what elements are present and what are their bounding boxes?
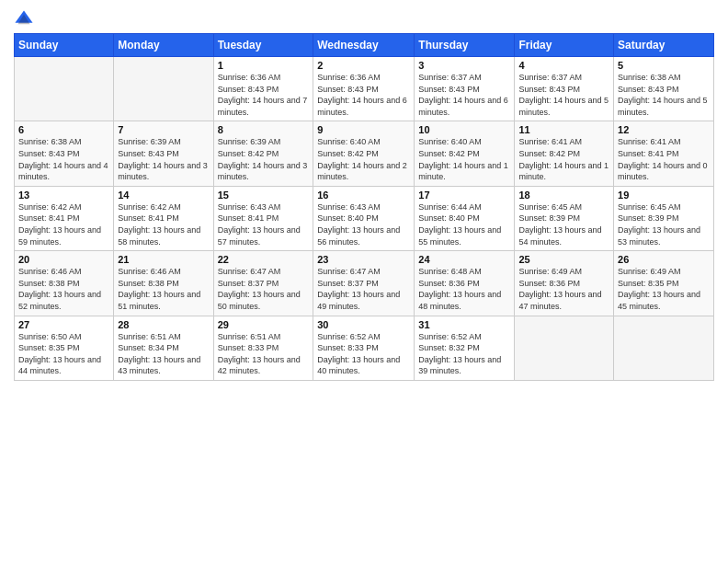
day-info: Sunrise: 6:52 AM Sunset: 8:32 PM Dayligh… bbox=[418, 331, 510, 377]
day-info: Sunrise: 6:38 AM Sunset: 8:43 PM Dayligh… bbox=[18, 136, 109, 182]
day-info: Sunrise: 6:50 AM Sunset: 8:35 PM Dayligh… bbox=[18, 331, 109, 377]
header bbox=[14, 9, 714, 29]
day-number: 20 bbox=[18, 254, 109, 265]
calendar-cell: 21Sunrise: 6:46 AM Sunset: 8:38 PM Dayli… bbox=[114, 251, 213, 316]
day-info: Sunrise: 6:41 AM Sunset: 8:42 PM Dayligh… bbox=[518, 136, 609, 182]
day-info: Sunrise: 6:45 AM Sunset: 8:39 PM Dayligh… bbox=[618, 201, 710, 247]
calendar-cell: 19Sunrise: 6:45 AM Sunset: 8:39 PM Dayli… bbox=[614, 186, 714, 250]
calendar-cell: 2Sunrise: 6:36 AM Sunset: 8:43 PM Daylig… bbox=[313, 57, 415, 121]
calendar-cell: 27Sunrise: 6:50 AM Sunset: 8:35 PM Dayli… bbox=[15, 316, 114, 380]
day-number: 26 bbox=[618, 254, 710, 265]
calendar-cell: 12Sunrise: 6:41 AM Sunset: 8:41 PM Dayli… bbox=[614, 121, 714, 186]
day-info: Sunrise: 6:44 AM Sunset: 8:40 PM Dayligh… bbox=[418, 201, 510, 247]
day-number: 28 bbox=[118, 319, 209, 330]
calendar-cell: 20Sunrise: 6:46 AM Sunset: 8:38 PM Dayli… bbox=[15, 251, 114, 316]
calendar-cell: 4Sunrise: 6:37 AM Sunset: 8:43 PM Daylig… bbox=[515, 57, 614, 121]
logo-icon bbox=[14, 9, 34, 29]
day-info: Sunrise: 6:46 AM Sunset: 8:38 PM Dayligh… bbox=[118, 266, 209, 312]
calendar-cell: 17Sunrise: 6:44 AM Sunset: 8:40 PM Dayli… bbox=[415, 186, 515, 250]
weekday-header-row: SundayMondayTuesdayWednesdayThursdayFrid… bbox=[15, 34, 714, 57]
day-number: 29 bbox=[218, 319, 310, 330]
week-row: 6Sunrise: 6:38 AM Sunset: 8:43 PM Daylig… bbox=[15, 121, 714, 186]
weekday-header: Tuesday bbox=[213, 34, 313, 57]
calendar-cell: 8Sunrise: 6:39 AM Sunset: 8:42 PM Daylig… bbox=[213, 121, 313, 186]
calendar-cell: 6Sunrise: 6:38 AM Sunset: 8:43 PM Daylig… bbox=[15, 121, 114, 186]
day-number: 11 bbox=[518, 124, 609, 135]
calendar-cell: 16Sunrise: 6:43 AM Sunset: 8:40 PM Dayli… bbox=[313, 186, 415, 250]
week-row: 1Sunrise: 6:36 AM Sunset: 8:43 PM Daylig… bbox=[15, 57, 714, 121]
calendar-cell: 30Sunrise: 6:52 AM Sunset: 8:33 PM Dayli… bbox=[313, 316, 415, 380]
day-info: Sunrise: 6:46 AM Sunset: 8:38 PM Dayligh… bbox=[18, 266, 109, 312]
day-number: 18 bbox=[518, 190, 609, 201]
day-number: 23 bbox=[317, 254, 410, 265]
day-info: Sunrise: 6:52 AM Sunset: 8:33 PM Dayligh… bbox=[317, 331, 410, 377]
day-number: 10 bbox=[418, 124, 510, 135]
day-number: 14 bbox=[118, 190, 209, 201]
day-number: 8 bbox=[218, 124, 310, 135]
day-info: Sunrise: 6:43 AM Sunset: 8:41 PM Dayligh… bbox=[218, 201, 310, 247]
weekday-header: Monday bbox=[114, 34, 213, 57]
calendar-cell: 7Sunrise: 6:39 AM Sunset: 8:43 PM Daylig… bbox=[114, 121, 213, 186]
day-info: Sunrise: 6:43 AM Sunset: 8:40 PM Dayligh… bbox=[317, 201, 410, 247]
day-info: Sunrise: 6:40 AM Sunset: 8:42 PM Dayligh… bbox=[317, 136, 410, 182]
page: SundayMondayTuesdayWednesdayThursdayFrid… bbox=[0, 0, 728, 563]
calendar-cell: 29Sunrise: 6:51 AM Sunset: 8:33 PM Dayli… bbox=[213, 316, 313, 380]
calendar-cell bbox=[614, 316, 714, 380]
day-info: Sunrise: 6:47 AM Sunset: 8:37 PM Dayligh… bbox=[218, 266, 310, 312]
logo bbox=[14, 9, 38, 29]
day-info: Sunrise: 6:37 AM Sunset: 8:43 PM Dayligh… bbox=[518, 72, 609, 118]
day-number: 2 bbox=[317, 60, 410, 71]
day-number: 19 bbox=[618, 190, 710, 201]
calendar-cell: 25Sunrise: 6:49 AM Sunset: 8:36 PM Dayli… bbox=[515, 251, 614, 316]
calendar-cell bbox=[114, 57, 213, 121]
day-info: Sunrise: 6:38 AM Sunset: 8:43 PM Dayligh… bbox=[618, 72, 710, 118]
calendar-cell: 14Sunrise: 6:42 AM Sunset: 8:41 PM Dayli… bbox=[114, 186, 213, 250]
day-info: Sunrise: 6:41 AM Sunset: 8:41 PM Dayligh… bbox=[618, 136, 710, 182]
calendar-cell: 15Sunrise: 6:43 AM Sunset: 8:41 PM Dayli… bbox=[213, 186, 313, 250]
day-info: Sunrise: 6:40 AM Sunset: 8:42 PM Dayligh… bbox=[418, 136, 510, 182]
day-number: 17 bbox=[418, 190, 510, 201]
day-number: 4 bbox=[518, 60, 609, 71]
calendar-cell: 9Sunrise: 6:40 AM Sunset: 8:42 PM Daylig… bbox=[313, 121, 415, 186]
day-number: 30 bbox=[317, 319, 410, 330]
calendar-cell bbox=[515, 316, 614, 380]
day-number: 27 bbox=[18, 319, 109, 330]
day-number: 16 bbox=[317, 190, 410, 201]
day-number: 15 bbox=[218, 190, 310, 201]
day-number: 25 bbox=[518, 254, 609, 265]
day-number: 9 bbox=[317, 124, 410, 135]
day-info: Sunrise: 6:48 AM Sunset: 8:36 PM Dayligh… bbox=[418, 266, 510, 312]
weekday-header: Friday bbox=[515, 34, 614, 57]
day-info: Sunrise: 6:51 AM Sunset: 8:33 PM Dayligh… bbox=[218, 331, 310, 377]
day-info: Sunrise: 6:51 AM Sunset: 8:34 PM Dayligh… bbox=[118, 331, 209, 377]
calendar: SundayMondayTuesdayWednesdayThursdayFrid… bbox=[14, 33, 714, 381]
weekday-header: Thursday bbox=[415, 34, 515, 57]
day-number: 13 bbox=[18, 190, 109, 201]
calendar-cell: 13Sunrise: 6:42 AM Sunset: 8:41 PM Dayli… bbox=[15, 186, 114, 250]
day-number: 31 bbox=[418, 319, 510, 330]
calendar-cell: 3Sunrise: 6:37 AM Sunset: 8:43 PM Daylig… bbox=[415, 57, 515, 121]
calendar-cell: 22Sunrise: 6:47 AM Sunset: 8:37 PM Dayli… bbox=[213, 251, 313, 316]
day-info: Sunrise: 6:39 AM Sunset: 8:43 PM Dayligh… bbox=[118, 136, 209, 182]
day-info: Sunrise: 6:42 AM Sunset: 8:41 PM Dayligh… bbox=[118, 201, 209, 247]
calendar-cell: 28Sunrise: 6:51 AM Sunset: 8:34 PM Dayli… bbox=[114, 316, 213, 380]
week-row: 13Sunrise: 6:42 AM Sunset: 8:41 PM Dayli… bbox=[15, 186, 714, 250]
calendar-cell: 10Sunrise: 6:40 AM Sunset: 8:42 PM Dayli… bbox=[415, 121, 515, 186]
week-row: 20Sunrise: 6:46 AM Sunset: 8:38 PM Dayli… bbox=[15, 251, 714, 316]
day-number: 1 bbox=[218, 60, 310, 71]
week-row: 27Sunrise: 6:50 AM Sunset: 8:35 PM Dayli… bbox=[15, 316, 714, 380]
calendar-cell: 1Sunrise: 6:36 AM Sunset: 8:43 PM Daylig… bbox=[213, 57, 313, 121]
day-number: 24 bbox=[418, 254, 510, 265]
day-number: 3 bbox=[418, 60, 510, 71]
weekday-header: Sunday bbox=[15, 34, 114, 57]
day-info: Sunrise: 6:42 AM Sunset: 8:41 PM Dayligh… bbox=[18, 201, 109, 247]
calendar-cell: 18Sunrise: 6:45 AM Sunset: 8:39 PM Dayli… bbox=[515, 186, 614, 250]
day-info: Sunrise: 6:49 AM Sunset: 8:35 PM Dayligh… bbox=[618, 266, 710, 312]
calendar-cell: 11Sunrise: 6:41 AM Sunset: 8:42 PM Dayli… bbox=[515, 121, 614, 186]
calendar-cell bbox=[15, 57, 114, 121]
calendar-cell: 26Sunrise: 6:49 AM Sunset: 8:35 PM Dayli… bbox=[614, 251, 714, 316]
weekday-header: Wednesday bbox=[313, 34, 415, 57]
day-info: Sunrise: 6:49 AM Sunset: 8:36 PM Dayligh… bbox=[518, 266, 609, 312]
day-number: 22 bbox=[218, 254, 310, 265]
calendar-cell: 31Sunrise: 6:52 AM Sunset: 8:32 PM Dayli… bbox=[415, 316, 515, 380]
